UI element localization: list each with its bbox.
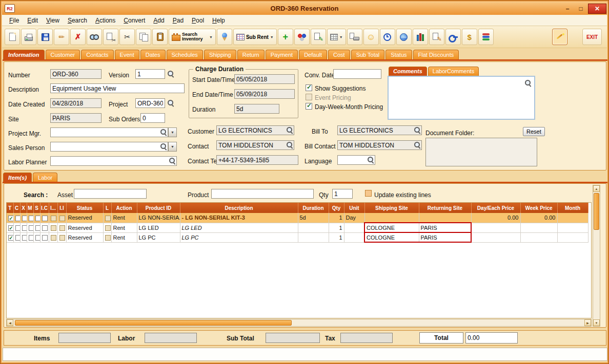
col-action[interactable]: Action: [111, 203, 137, 213]
checkbox[interactable]: [42, 216, 48, 221]
bill-to-search-icon[interactable]: [414, 126, 421, 134]
scroll-right-icon[interactable]: [584, 319, 591, 326]
project-mgr-field[interactable]: [50, 127, 168, 137]
col-week-price[interactable]: Week Price: [520, 203, 557, 213]
sub-rent-button[interactable]: Sub Rent ▼: [233, 29, 277, 45]
tab-return[interactable]: Return: [237, 50, 265, 60]
labor-planner-search-icon[interactable]: [169, 157, 176, 164]
col-shipping-site[interactable]: Shipping Site: [364, 203, 419, 213]
maximize-button[interactable]: □: [575, 4, 587, 13]
update-lines-checkbox[interactable]: [365, 190, 372, 197]
menu-pool[interactable]: Pool: [188, 16, 208, 25]
wand-button[interactable]: [552, 29, 567, 45]
sub-orders-field[interactable]: [140, 113, 165, 123]
contact-field[interactable]: [216, 140, 294, 150]
tab-event[interactable]: Event: [115, 50, 139, 60]
sales-person-dropdown-button[interactable]: [168, 142, 177, 152]
col-t[interactable]: T: [7, 203, 13, 213]
checkbox[interactable]: [29, 225, 34, 231]
row-select-checkbox[interactable]: ✓: [8, 235, 13, 241]
customer-search-icon[interactable]: [286, 126, 293, 134]
key-button[interactable]: [445, 29, 461, 45]
edit-button[interactable]: ✏: [54, 29, 69, 45]
checkbox[interactable]: [105, 235, 111, 241]
reset-button[interactable]: Reset: [523, 127, 545, 136]
col-unit[interactable]: Unit: [344, 203, 364, 213]
checkbox[interactable]: [105, 225, 111, 231]
items-total-field[interactable]: [58, 333, 111, 343]
product-input[interactable]: [211, 189, 314, 199]
col-c[interactable]: C: [13, 203, 20, 213]
menu-help[interactable]: Help: [208, 16, 229, 25]
cut-to-search-button[interactable]: [103, 29, 118, 45]
bill-contact-search-icon[interactable]: [414, 141, 421, 148]
globe-button[interactable]: [396, 29, 412, 45]
database-button[interactable]: [478, 29, 494, 45]
checkbox[interactable]: [35, 216, 40, 221]
total-field[interactable]: [465, 332, 518, 344]
find-button[interactable]: [87, 29, 102, 45]
menu-pad[interactable]: Pad: [169, 16, 188, 25]
sales-person-field[interactable]: [50, 142, 168, 152]
scroll-up-icon[interactable]: [593, 185, 600, 192]
number-field[interactable]: [50, 69, 102, 79]
col-status[interactable]: Status: [66, 203, 103, 213]
sales-person-search-icon[interactable]: [160, 143, 167, 150]
customer-field[interactable]: [216, 125, 294, 135]
table-row[interactable]: ✓ Reserved Rent LG NON-SERIA... - LG NON…: [7, 213, 588, 223]
tab-flat-discounts[interactable]: Flat Discounts: [413, 50, 459, 60]
scroll-down-icon[interactable]: [593, 319, 600, 326]
project-search-icon[interactable]: [167, 99, 174, 106]
torch-button[interactable]: [217, 29, 232, 45]
project-field[interactable]: [135, 98, 165, 108]
cut-button[interactable]: ✂: [119, 29, 135, 45]
tab-information[interactable]: Information: [3, 50, 45, 60]
contact-tel-field[interactable]: [216, 155, 298, 165]
col-ic[interactable]: I.C: [40, 203, 49, 213]
tab-labor-comments[interactable]: LaborComments: [428, 67, 479, 76]
checkbox[interactable]: [29, 216, 34, 221]
checkbox[interactable]: [51, 216, 56, 221]
add-button[interactable]: +: [278, 29, 293, 45]
col-i2[interactable]: I...: [49, 203, 57, 213]
col-s[interactable]: S: [33, 203, 40, 213]
conv-date-field[interactable]: [333, 69, 381, 79]
checkbox[interactable]: [42, 235, 48, 241]
menu-convert[interactable]: Convert: [119, 16, 149, 25]
duration-field[interactable]: [234, 104, 279, 114]
tab-status[interactable]: Status: [385, 50, 412, 60]
checkbox[interactable]: [22, 225, 27, 231]
show-suggestions-checkbox[interactable]: [306, 84, 312, 91]
new-document-button[interactable]: [5, 29, 20, 45]
col-day-each-price[interactable]: Day/Each Price: [471, 203, 520, 213]
col-l[interactable]: L: [103, 203, 111, 213]
end-date-field[interactable]: [234, 89, 295, 99]
title-bar[interactable]: R2 ORD-360 Reservation – □ ✕: [2, 2, 607, 15]
document-folder-box[interactable]: [425, 138, 537, 166]
dwm-pricing-checkbox[interactable]: [306, 103, 312, 110]
bill-to-field[interactable]: [337, 125, 422, 135]
checkbox[interactable]: [22, 235, 27, 241]
tab-customer[interactable]: Customer: [46, 50, 80, 60]
save-button[interactable]: [37, 29, 53, 45]
smiley-button[interactable]: ☺: [363, 29, 379, 45]
contact-search-icon[interactable]: [286, 141, 293, 148]
delete-button[interactable]: ✗: [70, 29, 86, 45]
col-month[interactable]: Month: [557, 203, 588, 213]
tab-items[interactable]: Item(s): [3, 173, 32, 183]
project-mgr-search-icon[interactable]: [160, 129, 167, 136]
description-field[interactable]: [50, 83, 185, 93]
project-mgr-dropdown-button[interactable]: [168, 127, 177, 137]
tab-comments[interactable]: Comments: [389, 67, 427, 76]
table-row[interactable]: ✓ Reserved Rent LG LED LG LED: [7, 223, 588, 232]
event-pricing-checkbox[interactable]: [306, 94, 312, 100]
col-m[interactable]: M: [27, 203, 33, 213]
copy-button[interactable]: [136, 29, 151, 45]
tab-schedules[interactable]: Schedules: [167, 50, 203, 60]
menu-edit[interactable]: Edit: [23, 16, 42, 25]
tab-contacts[interactable]: Contacts: [81, 50, 113, 60]
site-field[interactable]: [50, 113, 102, 123]
checkbox[interactable]: [51, 225, 56, 231]
checkbox[interactable]: [105, 216, 111, 221]
col-qty[interactable]: Qty: [329, 203, 344, 213]
